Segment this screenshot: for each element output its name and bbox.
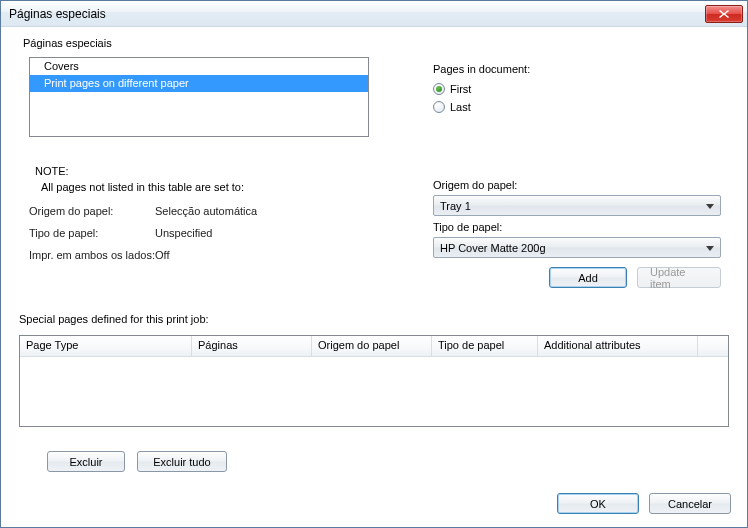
col-attrs[interactable]: Additional attributes (538, 336, 698, 356)
add-button-label: Add (578, 272, 598, 284)
note-source-value: Selecção automática (155, 205, 257, 217)
list-item[interactable]: Print pages on different paper (30, 75, 368, 92)
list-item[interactable]: Covers (30, 58, 368, 75)
special-pages-table[interactable]: Page Type Páginas Origem do papel Tipo d… (19, 335, 729, 427)
cancel-button[interactable]: Cancelar (649, 493, 731, 514)
ok-button[interactable]: OK (557, 493, 639, 514)
window-title: Páginas especiais (9, 7, 705, 21)
delete-all-button-label: Excluir tudo (153, 456, 210, 468)
paper-type-label: Tipo de papel: (433, 221, 502, 233)
note-source-label: Origem do papel: (29, 205, 113, 217)
radio-icon (433, 101, 445, 113)
note-title: NOTE: (35, 165, 69, 177)
paper-type-combo[interactable]: HP Cover Matte 200g (433, 237, 721, 258)
special-pages-list[interactable]: Covers Print pages on different paper (29, 57, 369, 137)
radio-icon (433, 83, 445, 95)
paper-source-label: Origem do papel: (433, 179, 517, 191)
note-duplex-label: Impr. em ambos os lados: (29, 249, 155, 261)
col-pages[interactable]: Páginas (192, 336, 312, 356)
client-area: Páginas especiais Covers Print pages on … (1, 27, 747, 527)
delete-button[interactable]: Excluir (47, 451, 125, 472)
update-item-button: Update item (637, 267, 721, 288)
delete-button-label: Excluir (69, 456, 102, 468)
col-type[interactable]: Tipo de papel (432, 336, 538, 356)
note-duplex-value: Off (155, 249, 169, 261)
table-header: Page Type Páginas Origem do papel Tipo d… (20, 336, 728, 357)
pages-in-document-label: Pages in document: (433, 63, 530, 75)
paper-source-combo[interactable]: Tray 1 (433, 195, 721, 216)
special-pages-label: Special pages defined for this print job… (19, 313, 209, 325)
ok-button-label: OK (590, 498, 606, 510)
group-label: Páginas especiais (21, 37, 114, 49)
dialog-window: Páginas especiais Páginas especiais Cove… (0, 0, 748, 528)
delete-all-button[interactable]: Excluir tudo (137, 451, 227, 472)
titlebar: Páginas especiais (1, 1, 747, 27)
note-subtitle: All pages not listed in this table are s… (41, 181, 244, 193)
note-type-value: Unspecified (155, 227, 212, 239)
col-page-type[interactable]: Page Type (20, 336, 192, 356)
radio-first[interactable]: First (433, 83, 471, 95)
cancel-button-label: Cancelar (668, 498, 712, 510)
table-body (20, 357, 728, 421)
close-button[interactable] (705, 5, 743, 23)
col-spacer (698, 336, 728, 356)
radio-first-label: First (450, 83, 471, 95)
paper-type-value: HP Cover Matte 200g (440, 242, 546, 254)
close-icon (719, 10, 729, 18)
radio-last[interactable]: Last (433, 101, 471, 113)
paper-source-value: Tray 1 (440, 200, 471, 212)
col-source[interactable]: Origem do papel (312, 336, 432, 356)
add-button[interactable]: Add (549, 267, 627, 288)
update-item-label: Update item (650, 266, 708, 290)
note-type-label: Tipo de papel: (29, 227, 98, 239)
radio-last-label: Last (450, 101, 471, 113)
